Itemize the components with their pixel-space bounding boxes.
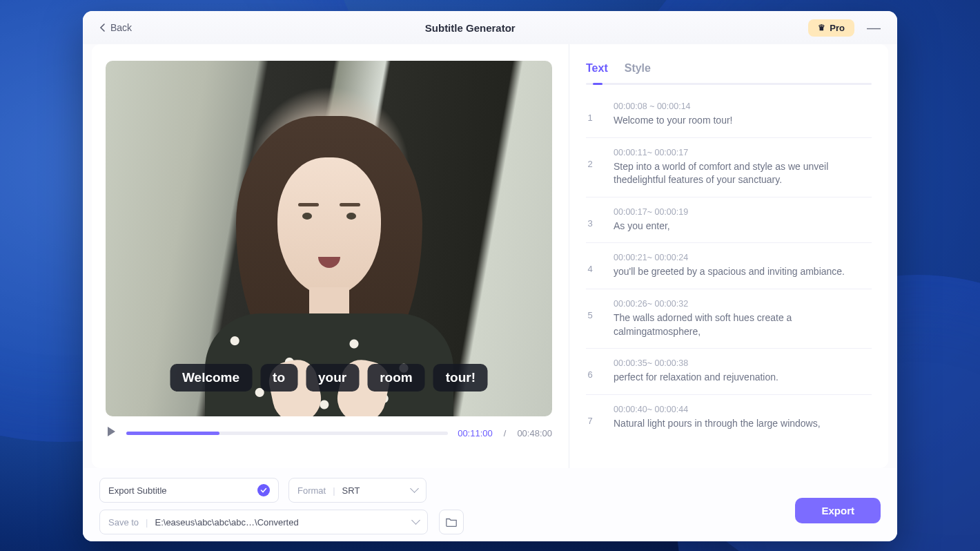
- export-options: Export Subtitle Format | SRT Save to | E…: [99, 478, 427, 529]
- subtitle-index: 2: [586, 148, 594, 187]
- subtitle-time: 00:00:08 ~ 00:00:14: [614, 102, 872, 111]
- subtitle-word: room: [367, 364, 425, 392]
- tabs: Text Style: [569, 57, 888, 80]
- subtitle-text: Welcome to your room tour!: [614, 114, 872, 128]
- subtitle-index: 6: [586, 358, 594, 385]
- header-right: ♛ Pro —: [808, 19, 881, 37]
- check-icon: [257, 484, 270, 496]
- subtitle-time: 00:00:26~ 00:00:32: [614, 299, 872, 309]
- format-label: Format: [297, 485, 326, 496]
- chevron-left-icon: [99, 23, 106, 32]
- subtitle-word: to: [260, 364, 297, 392]
- chevron-down-icon: [413, 517, 419, 528]
- subtitle-time: 00:00:11~ 00:00:17: [614, 148, 872, 157]
- app-window: Back Subtitle Generator ♛ Pro —: [83, 11, 897, 541]
- time-separator: /: [504, 428, 507, 438]
- subtitle-time: 00:00:17~ 00:00:19: [614, 207, 872, 217]
- subtitle-word: Welcome: [170, 364, 252, 392]
- back-label: Back: [110, 22, 132, 33]
- footer: Export Subtitle Format | SRT Save to | E…: [83, 468, 897, 541]
- saveto-value: E:\easeus\abc\abc\abc…\Converted: [155, 517, 298, 528]
- subtitle-row[interactable]: 3 00:00:17~ 00:00:19 As you enter,: [586, 197, 872, 244]
- folder-icon: [445, 516, 458, 528]
- play-button[interactable]: [106, 426, 117, 440]
- format-value: SRT: [342, 485, 360, 496]
- tab-style[interactable]: Style: [625, 57, 651, 80]
- content-area: Welcome to your room tour! 00:11:00 / 00…: [92, 44, 888, 468]
- subtitle-row[interactable]: 5 00:00:26~ 00:00:32 The walls adorned w…: [586, 289, 872, 349]
- tab-indicator-track: [586, 83, 872, 85]
- export-subtitle-label: Export Subtitle: [108, 485, 167, 496]
- subtitle-index: 5: [586, 299, 594, 338]
- subtitle-text: Natural light pours in through the large…: [614, 417, 872, 431]
- saveto-select[interactable]: Save to | E:\easeus\abc\abc\abc…\Convert…: [99, 510, 428, 534]
- subtitle-text: perfect for relaxation and rejuvenation.: [614, 371, 872, 385]
- subtitle-panel: Text Style 1 00:00:08 ~ 00:00:14 Welcome…: [569, 44, 888, 468]
- subtitle-index: 1: [586, 102, 594, 128]
- crown-icon: ♛: [818, 23, 825, 32]
- chevron-down-icon: [411, 485, 418, 496]
- subtitle-text: you'll be greeted by a spacious and invi…: [614, 265, 872, 279]
- subtitle-text: Step into a world of comfort and style a…: [614, 160, 872, 187]
- subtitle-time: 00:00:40~ 00:00:44: [614, 405, 872, 414]
- subtitle-row[interactable]: 6 00:00:35~ 00:00:38 perfect for relaxat…: [586, 349, 872, 395]
- preview-pane: Welcome to your room tour! 00:11:00 / 00…: [92, 44, 569, 468]
- saveto-label: Save to: [108, 517, 139, 528]
- export-subtitle-toggle[interactable]: Export Subtitle: [99, 478, 279, 503]
- tab-indicator: [593, 83, 602, 85]
- pro-badge[interactable]: ♛ Pro: [808, 19, 854, 37]
- subtitle-index: 3: [586, 207, 594, 233]
- subtitle-list[interactable]: 1 00:00:08 ~ 00:00:14 Welcome to your ro…: [569, 92, 888, 468]
- subtitle-text: As you enter,: [614, 220, 872, 233]
- subtitle-row[interactable]: 7 00:00:40~ 00:00:44 Natural light pours…: [586, 395, 872, 441]
- subtitle-time: 00:00:21~ 00:00:24: [614, 253, 872, 262]
- progress-bar[interactable]: [126, 432, 448, 435]
- subtitle-index: 4: [586, 253, 594, 279]
- current-time: 00:11:00: [458, 428, 493, 438]
- subtitle-time: 00:00:35~ 00:00:38: [614, 358, 872, 368]
- format-select[interactable]: Format | SRT: [288, 478, 427, 503]
- subtitle-word: tour!: [433, 364, 488, 392]
- back-button[interactable]: Back: [99, 22, 132, 33]
- subtitle-text: The walls adorned with soft hues create …: [614, 311, 872, 338]
- subtitle-row[interactable]: 1 00:00:08 ~ 00:00:14 Welcome to your ro…: [586, 92, 872, 138]
- playback-controls: 00:11:00 / 00:48:00: [106, 426, 552, 440]
- video-preview[interactable]: Welcome to your room tour!: [106, 61, 552, 416]
- subtitle-row[interactable]: 2 00:00:11~ 00:00:17 Step into a world o…: [586, 138, 872, 197]
- tab-text[interactable]: Text: [586, 57, 608, 80]
- progress-fill: [126, 432, 219, 435]
- subtitle-overlay: Welcome to your room tour!: [170, 364, 488, 392]
- app-header: Back Subtitle Generator ♛ Pro —: [83, 11, 897, 44]
- total-time: 00:48:00: [517, 428, 552, 438]
- export-button[interactable]: Export: [795, 498, 881, 523]
- subtitle-word: your: [306, 364, 359, 392]
- page-title: Subtitle Generator: [132, 22, 808, 34]
- browse-folder-button[interactable]: [439, 510, 464, 534]
- subtitle-row[interactable]: 4 00:00:21~ 00:00:24 you'll be greeted b…: [586, 243, 872, 289]
- pro-label: Pro: [830, 23, 845, 33]
- subtitle-index: 7: [586, 405, 594, 431]
